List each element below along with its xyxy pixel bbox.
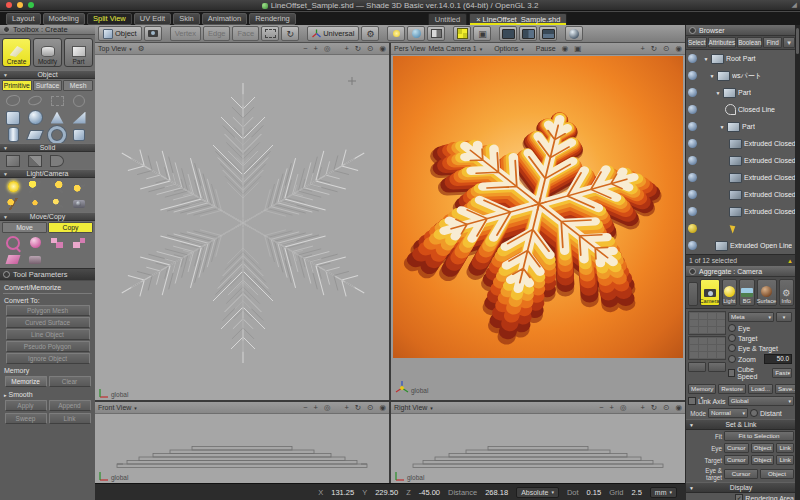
camera-select-label[interactable]: Meta Camera 1	[428, 45, 476, 52]
linear-light-icon[interactable]	[46, 196, 68, 211]
view-settings-gear-icon[interactable]: ⚙	[138, 44, 145, 53]
visibility-orb-icon[interactable]	[688, 54, 697, 63]
tree-row-ws-part[interactable]: ▼wsパート	[686, 67, 796, 84]
eye-cursor-button[interactable]: Cursor	[724, 443, 749, 453]
camera-object-icon[interactable]	[68, 196, 90, 211]
magnify-tool-icon[interactable]: ⊙	[663, 44, 669, 53]
panel-menu-icon[interactable]	[689, 268, 696, 275]
pause-button[interactable]: Pause	[536, 45, 556, 52]
primitive-plane-icon[interactable]	[46, 93, 68, 108]
visibility-orb-icon[interactable]	[688, 156, 697, 165]
primitive-circle-icon[interactable]	[68, 93, 90, 108]
camera-move-icon[interactable]	[24, 252, 46, 267]
top-view-label[interactable]: Top View	[98, 45, 126, 52]
camera-meta-extra-dropdown[interactable]: ▾	[776, 312, 792, 322]
primitive-ramp-icon[interactable]	[24, 127, 46, 142]
tree-row-part2[interactable]: ▼Part	[686, 118, 796, 135]
light-toggle-icon[interactable]	[387, 26, 405, 41]
ambient-light-icon[interactable]	[24, 196, 46, 211]
view-dropdown-icon[interactable]: ▾	[430, 405, 433, 411]
copy-tab[interactable]: Copy	[48, 222, 93, 233]
camera-memory-button[interactable]: Memory ▸	[688, 384, 716, 394]
set-link-section-header[interactable]: ▼Set & Link	[686, 419, 796, 430]
camera-top-preview[interactable]	[688, 311, 726, 335]
pan-tool-icon[interactable]: +	[344, 44, 348, 53]
mode-dropdown[interactable]: Normal▾	[708, 408, 748, 418]
pan-tool-icon[interactable]: +	[344, 403, 348, 412]
move-tab[interactable]: Move	[2, 222, 47, 233]
eye-target-object-button[interactable]: Object	[760, 469, 794, 479]
smooth-append-button[interactable]: Append	[49, 400, 91, 411]
aggregate-list-icon[interactable]	[688, 282, 698, 306]
memorize-button[interactable]: Memorize	[5, 376, 47, 387]
expand-icon[interactable]: ▼	[703, 56, 709, 62]
convert-line-object-button[interactable]: Line Object	[6, 329, 90, 340]
camera-load-button[interactable]: Load...	[748, 384, 773, 394]
browser-tab-attributes[interactable]: Attributes	[708, 37, 737, 48]
tab-primitive[interactable]: Primitive	[2, 80, 32, 91]
convert-polygon-mesh-button[interactable]: Polygon Mesh	[6, 305, 90, 316]
visibility-orb-icon[interactable]	[688, 122, 697, 131]
pan-tool-icon[interactable]: +	[640, 403, 644, 412]
tab-skin[interactable]: Skin	[173, 13, 200, 25]
magnify-tool-icon[interactable]: ⊙	[367, 403, 373, 412]
visibility-orb-icon[interactable]	[688, 139, 697, 148]
camera-view-button[interactable]	[144, 26, 162, 41]
fit-view-icon[interactable]: ◎	[324, 44, 331, 53]
visibility-orb-icon[interactable]	[688, 71, 697, 80]
options-dropdown-icon[interactable]: ▾	[521, 46, 524, 52]
visibility-orb-icon[interactable]	[688, 241, 697, 250]
point-light-icon[interactable]	[46, 179, 68, 194]
rotate-view-icon[interactable]: ↻	[651, 403, 657, 412]
tri-view-icon[interactable]	[539, 26, 557, 41]
tree-row-part[interactable]: ▼Part	[686, 84, 796, 101]
visibility-orb-icon[interactable]	[688, 173, 697, 182]
magnify-tool-icon[interactable]: ⊙	[367, 44, 373, 53]
front-view-label[interactable]: Front View	[98, 404, 131, 411]
tab-split-view[interactable]: Split View	[87, 13, 132, 25]
part-mode-button[interactable]: Part	[64, 38, 93, 67]
primitive-cone-icon[interactable]	[46, 110, 68, 125]
roll-view-icon[interactable]: ◉	[379, 44, 386, 53]
spotlight-icon[interactable]	[24, 179, 46, 194]
display-section-header[interactable]: ▼Display	[686, 482, 796, 493]
primitive-ring-icon[interactable]	[24, 93, 46, 108]
doc-tab-active[interactable]: × LineOffset_Sample.shd	[469, 13, 567, 25]
tab-rendering[interactable]: Rendering	[249, 13, 296, 25]
roll-view-icon[interactable]: ◉	[675, 403, 682, 412]
convert-ignore-object-button[interactable]: Ignore Object	[6, 353, 90, 364]
create-mode-button[interactable]: Create	[2, 38, 31, 67]
camera-meta-dropdown[interactable]: Meta▾	[728, 312, 774, 322]
solid-union-icon[interactable]	[2, 153, 24, 168]
primitive-cube-icon[interactable]	[2, 110, 24, 125]
tab-modeling[interactable]: Modeling	[43, 13, 85, 25]
filter-funnel-icon[interactable]: ▼	[783, 37, 795, 48]
zoom-in-icon[interactable]: +	[314, 44, 318, 53]
front-viewport[interactable]: Front View ▾ − + ◎ + ↻ ⊙ ◉ global	[95, 402, 389, 483]
eye-radio[interactable]	[728, 324, 736, 332]
zoom-radio[interactable]	[728, 355, 736, 363]
camera-side-preview[interactable]	[688, 336, 726, 360]
camera-tab[interactable]: Camera	[700, 279, 720, 306]
visibility-orb-icon[interactable]	[688, 224, 697, 233]
section-object[interactable]: ▼Object	[0, 70, 95, 79]
link-axis-checkbox[interactable]	[688, 397, 696, 405]
pick-move-icon[interactable]	[2, 235, 24, 250]
single-view-icon[interactable]	[499, 26, 517, 41]
primitive-sphere-icon[interactable]	[24, 110, 46, 125]
tab-layout[interactable]: Layout	[6, 13, 41, 25]
snap-template-icon[interactable]	[261, 26, 279, 41]
expand-icon[interactable]: ▼	[715, 90, 721, 96]
coordinate-mode-dropdown[interactable]: Absolute▾	[516, 487, 559, 498]
dual-view-icon[interactable]	[519, 26, 537, 41]
top-viewport[interactable]: Top View ▾ ⚙ − + ◎ + ↻ ⊙ ◉	[95, 43, 389, 400]
fit-view-icon[interactable]: ◎	[324, 403, 331, 412]
browser-tab-select[interactable]: Select	[687, 37, 707, 48]
primitive-torus-icon[interactable]	[46, 127, 68, 142]
preview-next-button[interactable]	[708, 362, 726, 372]
primitive-cylinder-icon[interactable]	[2, 127, 24, 142]
zoom-out-icon[interactable]: −	[303, 44, 307, 53]
cube-speed-checkbox[interactable]	[728, 369, 735, 377]
primitive-wedge-icon[interactable]	[68, 110, 90, 125]
browser-tab-boolean[interactable]: Boolean	[737, 37, 762, 48]
